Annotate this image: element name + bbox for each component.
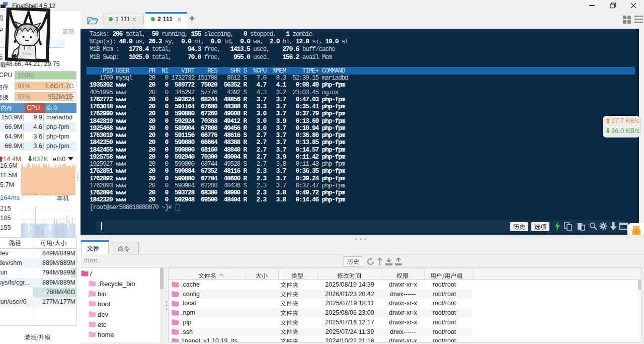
svg-text:SUNMC: SUNMC — [22, 52, 32, 55]
